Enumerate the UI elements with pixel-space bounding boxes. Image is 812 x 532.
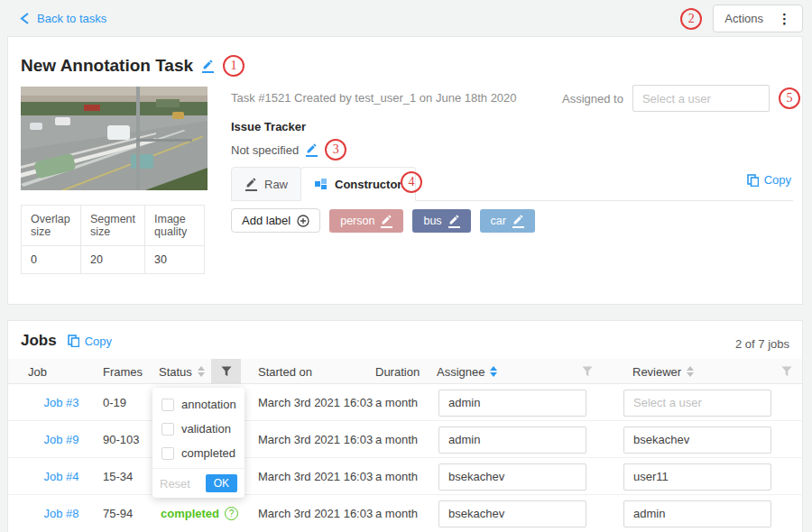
param-header-overlap: Overlap size xyxy=(22,206,81,246)
annotation-circle-5: 5 xyxy=(779,87,800,109)
labels-tabbar: Raw Constructor 4 Copy xyxy=(231,165,793,201)
col-header-job: Job xyxy=(28,359,47,384)
reviewer-sort-icon[interactable] xyxy=(687,366,694,377)
filter-completed-label: completed xyxy=(181,446,235,460)
jobs-copy-link[interactable]: Copy xyxy=(68,335,112,348)
job-row-4: Job #4 15-34 March 3rd 2021 16:03 a mont… xyxy=(8,458,802,495)
edit-bus-label-icon[interactable] xyxy=(448,214,460,228)
label-chip-bus[interactable]: bus xyxy=(412,209,470,233)
param-value-quality: 30 xyxy=(145,246,205,274)
job-3-assignee-input[interactable] xyxy=(438,390,586,417)
job-9-assignee-input[interactable] xyxy=(438,427,586,454)
job-9-reviewer-input[interactable] xyxy=(623,427,771,454)
job-8-started: March 3rd 2021 16:03 xyxy=(258,495,373,532)
add-label-button[interactable]: Add label xyxy=(231,208,320,233)
col-header-frames: Frames xyxy=(103,359,143,384)
job-4-duration: a month xyxy=(375,458,418,495)
filter-option-completed[interactable]: completed xyxy=(152,441,245,465)
task-params-table: Overlap size Segment size Image quality … xyxy=(21,205,205,274)
job-4-link[interactable]: Job #4 xyxy=(28,458,95,495)
label-person-name: person xyxy=(340,215,374,227)
annotation-circle-2: 2 xyxy=(680,8,702,30)
jobs-table-header: Job Frames Status Started on Duration As… xyxy=(8,359,802,384)
param-header-quality: Image quality xyxy=(145,206,205,246)
job-3-link[interactable]: Job #3 xyxy=(28,384,95,421)
assignee-filter-icon[interactable] xyxy=(572,359,602,384)
question-circle-icon[interactable]: ? xyxy=(225,507,238,520)
col-header-reviewer[interactable]: Reviewer xyxy=(632,359,694,384)
tab-constructor[interactable]: Constructor xyxy=(300,167,416,201)
job-3-started: March 3rd 2021 16:03 xyxy=(258,384,373,421)
job-8-status: completed xyxy=(161,507,219,520)
status-header-label: Status xyxy=(159,365,192,379)
assigned-to-label: Assigned to xyxy=(562,92,623,105)
actions-label: Actions xyxy=(724,12,763,25)
tab-raw-label: Raw xyxy=(264,178,288,191)
jobs-title: Jobs xyxy=(21,332,57,350)
reviewer-filter-icon[interactable] xyxy=(771,359,801,384)
job-3-frames: 0-19 xyxy=(103,384,126,421)
checkbox-annotation[interactable] xyxy=(161,399,174,411)
filter-ok-button[interactable]: OK xyxy=(206,474,237,492)
col-header-duration: Duration xyxy=(375,359,420,384)
job-3-reviewer-input[interactable] xyxy=(623,390,771,417)
job-row-3: Job #3 0-19 March 3rd 2021 16:03 a month xyxy=(8,384,802,421)
edit-title-icon[interactable] xyxy=(202,59,214,73)
raw-edit-icon xyxy=(245,177,257,191)
task-title: New Annotation Task xyxy=(21,56,193,76)
chevron-left-icon xyxy=(20,13,30,24)
reviewer-header-label: Reviewer xyxy=(632,365,681,379)
task-preview-image xyxy=(21,87,208,190)
status-filter-icon[interactable] xyxy=(211,359,241,384)
job-8-reviewer-input[interactable] xyxy=(623,500,771,527)
filter-reset-button[interactable]: Reset xyxy=(160,477,190,491)
back-to-tasks-link[interactable]: Back to tasks xyxy=(20,12,106,25)
param-value-overlap: 0 xyxy=(22,246,81,274)
job-4-reviewer-input[interactable] xyxy=(623,463,771,491)
actions-button[interactable]: Actions ⋮ xyxy=(713,5,803,32)
job-4-assignee-input[interactable] xyxy=(438,463,586,491)
status-filter-dropdown: annotation validation completed Reset OK xyxy=(152,388,245,498)
more-menu-icon: ⋮ xyxy=(778,11,791,27)
assignee-sort-icon[interactable] xyxy=(490,366,497,377)
col-header-started: Started on xyxy=(258,359,312,384)
param-header-segment: Segment size xyxy=(81,206,145,246)
copy-icon xyxy=(68,335,79,347)
task-meta-text: Task #1521 Created by test_user_1 on Jun… xyxy=(231,91,517,105)
edit-car-label-icon[interactable] xyxy=(512,214,524,228)
issue-tracker-value: Not specified xyxy=(231,143,299,157)
filter-annotation-label: annotation xyxy=(181,398,236,411)
col-header-assignee[interactable]: Assignee xyxy=(437,359,497,384)
status-sort-icon[interactable] xyxy=(198,366,205,377)
tab-raw[interactable]: Raw xyxy=(231,167,302,201)
annotation-circle-4: 4 xyxy=(401,171,422,193)
filter-option-validation[interactable]: validation xyxy=(152,417,245,441)
job-8-assignee-input[interactable] xyxy=(438,500,586,527)
label-bus-name: bus xyxy=(423,215,441,227)
edit-person-label-icon[interactable] xyxy=(381,214,392,228)
labels-copy-link[interactable]: Copy xyxy=(747,173,791,187)
job-9-frames: 90-103 xyxy=(103,421,139,458)
checkbox-completed[interactable] xyxy=(161,447,174,460)
job-9-link[interactable]: Job #9 xyxy=(28,421,95,458)
label-chip-person[interactable]: person xyxy=(329,209,403,233)
job-row-8: Job #8 75-94 completed ? March 3rd 2021 … xyxy=(8,495,802,532)
plus-circle-icon xyxy=(297,215,309,227)
checkbox-validation[interactable] xyxy=(161,423,174,436)
job-row-9: Job #9 90-103 March 3rd 2021 16:03 a mon… xyxy=(8,421,802,458)
label-car-name: car xyxy=(491,215,506,227)
filter-option-annotation[interactable]: annotation xyxy=(152,392,245,417)
job-8-link[interactable]: Job #8 xyxy=(28,495,95,532)
jobs-count-label: 2 of 7 jobs xyxy=(735,337,789,351)
task-assignee-input[interactable] xyxy=(632,85,770,112)
job-4-started: March 3rd 2021 16:03 xyxy=(258,458,373,495)
actions-area: 2 Actions ⋮ xyxy=(680,5,803,32)
label-chip-car[interactable]: car xyxy=(480,209,535,233)
job-9-started: March 3rd 2021 16:03 xyxy=(258,421,373,458)
edit-issue-tracker-icon[interactable] xyxy=(306,142,318,157)
back-to-tasks-label: Back to tasks xyxy=(37,12,106,25)
jobs-card: Jobs Copy 2 of 7 jobs Job Frames Status … xyxy=(7,320,803,532)
col-header-status[interactable]: Status xyxy=(159,359,205,384)
copy-label: Copy xyxy=(764,173,791,187)
issue-tracker-label: Issue Tracker xyxy=(231,120,306,133)
